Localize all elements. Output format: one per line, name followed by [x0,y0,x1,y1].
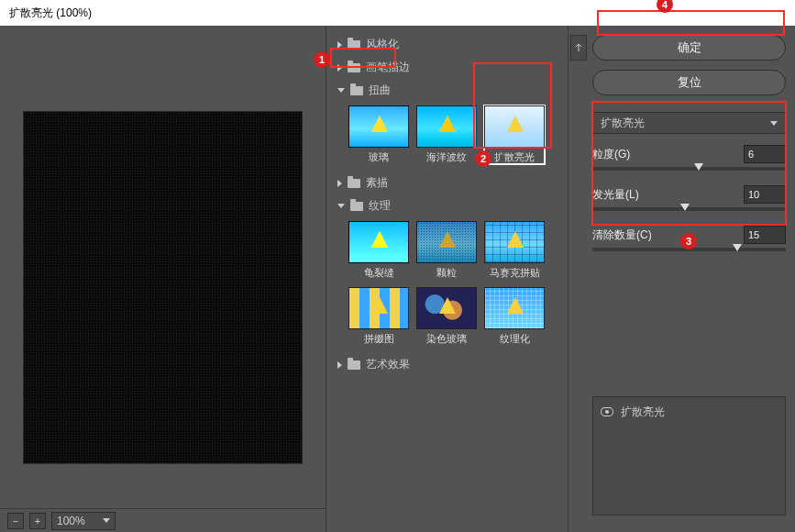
chevron-down-icon [337,204,345,208]
preview-panel: − + 100% [0,26,326,532]
category-label: 素描 [366,175,388,191]
folder-icon [348,40,360,50]
chevron-right-icon [337,64,342,72]
param-slider-grain[interactable] [592,167,786,171]
category-sketch[interactable]: 素描 [332,172,562,194]
reset-button[interactable]: 复位 [592,70,786,95]
filter-thumb-craquelure[interactable]: 龟裂缝 [348,221,409,280]
param-clear: 清除数量(C) [592,226,786,251]
chevron-right-icon [337,361,342,369]
texture-thumbs: 龟裂缝 颗粒 马赛克拼贴 拼缀图 染色玻璃 纹理化 [332,217,562,353]
category-label: 纹理 [369,198,391,214]
visibility-eye-icon[interactable] [601,407,613,416]
param-input-clear[interactable] [744,226,786,244]
thumb-label: 拼缀图 [364,332,394,346]
thumb-label: 扩散亮光 [494,150,535,164]
category-artistic[interactable]: 艺术效果 [332,353,562,376]
filter-tree-panel: 风格化 画笔描边 扭曲 玻璃 海洋波纹 扩散亮光 [326,26,569,532]
slider-knob[interactable] [694,163,703,171]
thumb-label: 海洋波纹 [426,150,467,164]
filter-thumb-texturizer[interactable]: 纹理化 [484,287,545,346]
slider-knob[interactable] [733,244,742,251]
param-glow: 发光量(L) [592,185,786,211]
slider-knob[interactable] [680,204,690,211]
thumb-image [416,221,477,263]
distort-thumbs: 玻璃 海洋波纹 扩散亮光 [332,102,562,172]
thumb-label: 玻璃 [369,150,389,164]
folder-icon [350,202,363,211]
thumb-image [348,287,409,329]
category-distort[interactable]: 扭曲 [332,79,562,102]
category-texture[interactable]: 纹理 [332,194,562,217]
param-label: 粒度(G) [592,147,630,162]
filter-thumb-ocean[interactable]: 海洋波纹 [416,105,477,164]
filter-thumb-mosaic[interactable]: 马赛克拼贴 [484,221,545,280]
thumb-image [484,105,545,148]
category-label: 扭曲 [369,83,391,98]
folder-icon [348,179,360,188]
zoom-value: 100% [57,515,85,527]
thumb-image [416,287,477,329]
effect-layers-panel: 扩散亮光 [592,396,786,515]
param-label: 清除数量(C) [592,227,652,243]
filter-thumb-patchwork[interactable]: 拼缀图 [348,287,409,346]
zoom-out-button[interactable]: − [7,513,24,529]
thumb-label: 马赛克拼贴 [490,266,540,280]
thumb-image [484,221,545,263]
filter-thumb-diffuse-glow[interactable]: 扩散亮光 [484,105,545,164]
category-label: 画笔描边 [366,60,410,75]
zoom-select[interactable]: 100% [51,512,116,530]
thumb-image [484,287,545,329]
param-slider-clear[interactable] [592,248,786,251]
folder-icon [350,86,363,95]
param-label: 发光量(L) [592,187,639,203]
filter-select[interactable]: 扩散亮光 [592,112,786,134]
thumb-label: 颗粒 [436,266,457,280]
ok-button[interactable]: 确定 [592,35,786,61]
preview-canvas [23,111,303,464]
thumb-image [348,221,409,263]
chevron-down-icon [103,518,110,523]
param-grain: 粒度(G) [592,145,786,171]
chevron-right-icon [337,180,342,187]
settings-panel: 确定 复位 扩散亮光 粒度(G) 发光量(L) [569,26,795,532]
thumb-image [416,105,477,148]
chevron-right-icon [337,41,342,49]
collapse-tree-button[interactable] [570,35,587,61]
param-input-grain[interactable] [744,145,786,163]
folder-icon [348,63,360,72]
filter-thumb-glass[interactable]: 玻璃 [348,105,409,164]
thumb-label: 纹理化 [500,332,530,346]
filter-gallery-dialog: − + 100% 风格化 画笔描边 扭曲 玻璃 [0,26,795,532]
param-slider-glow[interactable] [592,207,786,211]
filter-select-value: 扩散亮光 [601,116,645,131]
filter-thumb-stained-glass[interactable]: 染色玻璃 [416,287,477,346]
chevron-down-icon [337,88,345,93]
thumb-label: 龟裂缝 [364,266,394,280]
zoom-in-button[interactable]: + [29,513,46,529]
effect-layer-label: 扩散亮光 [621,405,665,420]
category-label: 风格化 [366,37,399,52]
category-stylize[interactable]: 风格化 [332,33,562,56]
canvas-viewport[interactable] [0,26,326,508]
folder-icon [348,360,360,370]
category-brush[interactable]: 画笔描边 [332,56,562,79]
chevron-down-icon [770,121,778,126]
param-input-glow[interactable] [744,185,786,204]
effect-layer-row[interactable]: 扩散亮光 [601,403,778,421]
thumb-image [348,105,409,148]
window-title: 扩散亮光 (100%) [0,0,795,26]
filter-thumb-grain[interactable]: 颗粒 [416,221,477,280]
category-label: 艺术效果 [366,357,410,372]
thumb-label: 染色玻璃 [426,332,467,346]
zoom-bar: − + 100% [0,508,326,532]
